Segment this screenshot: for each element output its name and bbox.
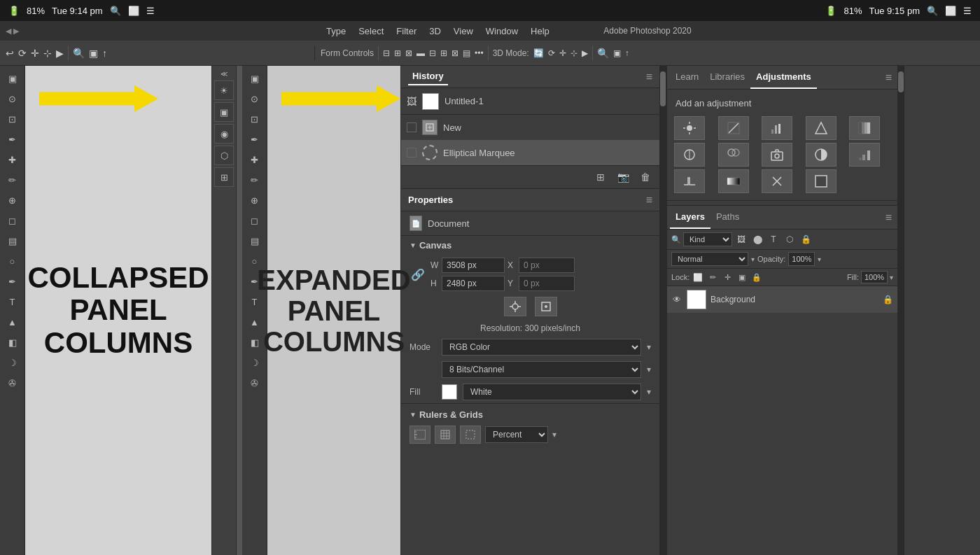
- history-item-new[interactable]: New: [401, 115, 659, 140]
- tool-hand[interactable]: ☽: [3, 353, 22, 372]
- history-item-marquee[interactable]: Elliptical Marquee: [401, 140, 659, 165]
- menu-view[interactable]: View: [448, 24, 479, 38]
- rulers-section-header[interactable]: ▼ Rulers & Grids: [401, 403, 659, 423]
- history-scroll-thumb[interactable]: [660, 71, 666, 106]
- tool-eraser[interactable]: ◻: [3, 211, 22, 230]
- align-icon-4[interactable]: ▬: [416, 48, 425, 58]
- mode-select[interactable]: RGB Color: [442, 339, 641, 356]
- toolbar-share-right[interactable]: ↑: [625, 48, 629, 58]
- paths-tab[interactable]: Paths: [710, 206, 745, 229]
- r-tool-marquee[interactable]: ▣: [245, 69, 265, 88]
- toolbar-3d-move[interactable]: ✛: [559, 48, 566, 58]
- tool-stamp[interactable]: ⊕: [3, 190, 22, 210]
- toolbar-3d-transform[interactable]: ⊹: [570, 48, 578, 58]
- tool-gradient[interactable]: ▤: [3, 231, 22, 251]
- menu-type[interactable]: Type: [321, 24, 351, 38]
- properties-title[interactable]: Properties: [408, 195, 453, 205]
- toolbar-search-right[interactable]: 🔍: [597, 48, 609, 59]
- tool-brush[interactable]: ✏: [3, 170, 22, 190]
- toolbar-view-right[interactable]: ▣: [613, 48, 621, 58]
- tool-shape[interactable]: ◧: [3, 332, 22, 352]
- adj-vibrance[interactable]: [849, 116, 880, 140]
- align-icon-8[interactable]: ▤: [463, 48, 470, 58]
- adj-posterize[interactable]: [849, 143, 880, 167]
- history-scroll-track[interactable]: [659, 66, 666, 555]
- layers-menu[interactable]: ≡: [883, 209, 895, 227]
- right-scroll-thumb[interactable]: [898, 71, 904, 92]
- adj-selective-color[interactable]: [762, 169, 792, 193]
- kind-select[interactable]: Kind: [683, 232, 732, 246]
- kind-icon-1[interactable]: 🖼: [734, 233, 748, 246]
- adj-gradient-map[interactable]: [718, 169, 749, 193]
- toolbar-search[interactable]: 🔍: [73, 48, 85, 59]
- fill-input-layers[interactable]: [861, 271, 888, 283]
- kind-icon-2[interactable]: ⬤: [750, 233, 764, 246]
- menu-3d[interactable]: 3D: [424, 24, 447, 38]
- align-icon-1[interactable]: ⊟: [383, 48, 390, 58]
- opacity-input[interactable]: [788, 252, 815, 266]
- align-icon-2[interactable]: ⊞: [394, 48, 401, 58]
- fill-select[interactable]: White: [463, 384, 641, 400]
- r-tool-eyedropper[interactable]: ✒: [245, 129, 265, 149]
- adj-hsl[interactable]: [674, 143, 705, 167]
- kind-icon-5[interactable]: 🔒: [799, 233, 813, 246]
- ruler-icon-3[interactable]: [460, 426, 481, 444]
- y-input[interactable]: [519, 276, 575, 291]
- link-proportions-icon[interactable]: 🔗: [410, 266, 426, 283]
- properties-menu-icon[interactable]: ≡: [646, 194, 652, 206]
- adj-fill[interactable]: [806, 169, 836, 193]
- lock-icon-artboard[interactable]: ▣: [736, 271, 748, 283]
- tool-zoom[interactable]: ✇: [3, 373, 22, 393]
- toolbar-more[interactable]: •••: [475, 48, 484, 58]
- new-snapshot-btn[interactable]: ⊞: [592, 169, 609, 185]
- history-menu-icon[interactable]: ≡: [646, 71, 652, 83]
- panel-divider[interactable]: [237, 66, 242, 555]
- canvas-section-header[interactable]: ▼ Canvas: [401, 236, 659, 255]
- kind-icon-4[interactable]: ⬡: [783, 233, 797, 246]
- collapsed-icon-adjustments[interactable]: ☀: [214, 80, 234, 100]
- toolbar-3d-icon-1[interactable]: 🔄: [533, 48, 544, 58]
- r-tool-brush[interactable]: ✏: [245, 170, 265, 190]
- h-input[interactable]: [442, 276, 505, 291]
- toolbar-move[interactable]: ✛: [31, 48, 39, 59]
- adj-brightness[interactable]: [674, 116, 705, 140]
- collapsed-icon-layers[interactable]: ▣: [214, 102, 234, 122]
- adj-invert[interactable]: [806, 143, 836, 167]
- adj-curves[interactable]: [718, 116, 749, 140]
- toolbar-3d-icon-2[interactable]: ⟳: [548, 48, 555, 58]
- fill-swatch[interactable]: [442, 384, 457, 400]
- toolbar-view-btn[interactable]: ▣: [89, 48, 98, 59]
- tool-pen[interactable]: ✒: [3, 272, 22, 291]
- layers-tab[interactable]: Layers: [670, 206, 710, 229]
- menu-select[interactable]: Select: [353, 24, 389, 38]
- menu-window[interactable]: Window: [480, 24, 524, 38]
- r-tool-crop[interactable]: ⊡: [245, 109, 265, 129]
- kind-icon-3[interactable]: T: [766, 233, 780, 246]
- learn-tab[interactable]: Learn: [670, 66, 704, 89]
- r-tool-eraser[interactable]: ◻: [245, 211, 265, 230]
- collapsed-icon-paths[interactable]: ⬡: [214, 146, 234, 165]
- tool-dodge[interactable]: ○: [3, 251, 22, 271]
- lock-icon-move[interactable]: ✛: [721, 271, 734, 283]
- collapse-toggle-1[interactable]: ≪: [214, 69, 234, 78]
- w-input[interactable]: [442, 258, 505, 273]
- menu-filter[interactable]: Filter: [391, 24, 422, 38]
- ruler-icon-1[interactable]: [410, 426, 430, 444]
- r-tool-gradient[interactable]: ▤: [245, 231, 265, 251]
- camera-snapshot-btn[interactable]: 📷: [615, 169, 631, 185]
- x-input[interactable]: [519, 258, 575, 273]
- tool-path[interactable]: ▲: [3, 312, 22, 332]
- blend-mode-select[interactable]: Normal: [671, 252, 748, 266]
- adj-levels[interactable]: [762, 116, 792, 140]
- r-tool-healing[interactable]: ✚: [245, 150, 265, 169]
- toolbar-share[interactable]: ↑: [102, 48, 107, 59]
- tool-healing[interactable]: ✚: [3, 150, 22, 169]
- toolbar-icon-1[interactable]: ↩: [6, 48, 14, 59]
- tool-lasso[interactable]: ⊙: [3, 89, 22, 108]
- menu-help[interactable]: Help: [525, 24, 555, 38]
- r-tool-zoom[interactable]: ✇: [245, 373, 265, 393]
- bitdepth-select[interactable]: 8 Bits/Channel: [442, 361, 641, 378]
- layer-visibility-eye[interactable]: 👁: [671, 294, 682, 305]
- toolbar-transform[interactable]: ⊹: [43, 48, 52, 59]
- collapsed-icon-channels[interactable]: ◉: [214, 124, 234, 143]
